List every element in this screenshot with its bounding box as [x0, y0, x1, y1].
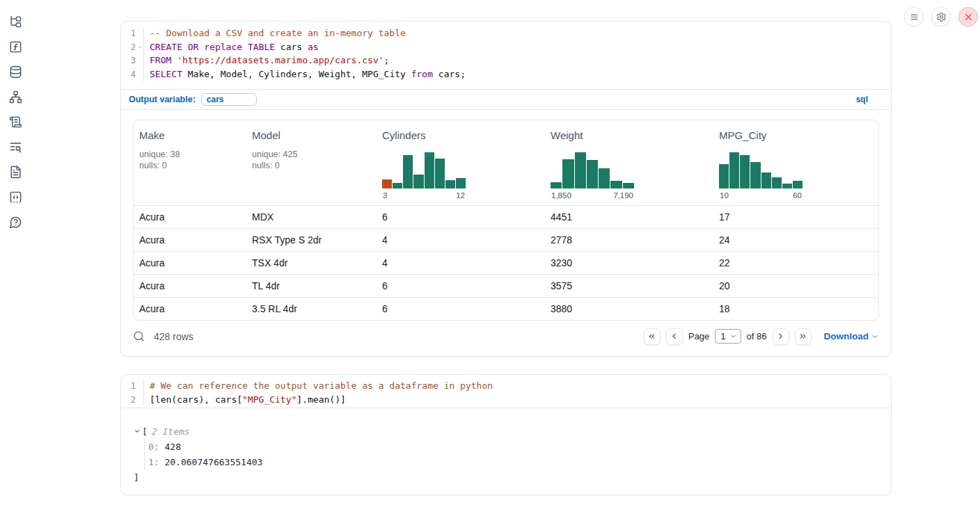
code-line[interactable]: FROM 'https://datasets.marimo.app/cars.c… [150, 54, 466, 67]
code-line[interactable]: [len(cars), cars["MPG_City"].mean()] [150, 393, 493, 407]
line-number: 4 [121, 67, 143, 81]
table-row[interactable]: AcuraMDX6445117 [134, 205, 878, 228]
sidebar [0, 15, 31, 229]
histogram-bar[interactable] [782, 184, 792, 188]
sidebar-item-dependency-graph[interactable] [9, 90, 22, 104]
histogram-bar[interactable] [425, 152, 434, 188]
sidebar-item-variables[interactable] [9, 40, 22, 54]
table-row[interactable]: Acura3.5 RL 4dr6388018 [134, 297, 878, 320]
table-cell: 6 [377, 211, 545, 223]
histogram-bar[interactable] [793, 181, 803, 188]
code-text[interactable]: -- Download a CSV and create an in-memor… [144, 26, 466, 81]
download-button[interactable]: Download [824, 331, 880, 341]
table-cell: 6 [377, 280, 545, 291]
table-cell: 6 [377, 303, 545, 314]
shutdown-button[interactable] [958, 7, 978, 26]
column-header-label[interactable]: Cylinders [382, 129, 545, 141]
previous-page-button[interactable] [666, 328, 683, 345]
histogram-bar[interactable] [403, 155, 413, 188]
output-variable-input[interactable] [201, 93, 257, 106]
sql-cell: 1234-- Download a CSV and create an in-m… [120, 21, 892, 357]
histogram-bar[interactable] [740, 155, 750, 188]
tree-root: [2 Items [134, 424, 891, 439]
line-number-gutter: 1234 [121, 26, 144, 81]
search-icon[interactable] [133, 330, 145, 342]
table-row[interactable]: AcuraTSX 4dr4323022 [134, 251, 878, 274]
column-header-label[interactable]: MPG_City [719, 129, 878, 141]
sidebar-item-documentation[interactable] [9, 166, 22, 179]
sidebar-item-help[interactable] [9, 216, 22, 229]
python-code-editor[interactable]: 12# We can reference the output variable… [121, 375, 891, 408]
page-select[interactable]: 1 [715, 329, 741, 344]
histogram-bar[interactable] [719, 164, 729, 188]
column-histogram: 312 [382, 152, 466, 200]
document-icon [9, 166, 22, 179]
column-header-label[interactable]: Weight [551, 129, 713, 141]
sidebar-item-data-sources[interactable] [9, 65, 22, 79]
histogram-bar[interactable] [413, 175, 423, 188]
page-select-value: 1 [720, 331, 725, 341]
first-page-button[interactable] [644, 328, 661, 345]
histogram-bar[interactable] [435, 159, 445, 188]
dataframe-table: Makeunique: 38nulls: 0Modelunique: 425nu… [133, 120, 879, 321]
sql-code-editor[interactable]: 1234-- Download a CSV and create an in-m… [121, 22, 891, 89]
table-cell: RSX Type S 2dr [246, 234, 377, 246]
topbar [904, 7, 978, 26]
code-text[interactable]: # We can reference the output variable a… [144, 379, 493, 406]
fold-chevron-icon[interactable] [136, 45, 143, 50]
divider [121, 109, 891, 110]
histogram-bar[interactable] [599, 168, 610, 188]
code-line[interactable]: # We can reference the output variable a… [150, 379, 493, 393]
menu-icon [909, 12, 919, 22]
sidebar-item-file-explorer[interactable] [9, 15, 22, 29]
histogram-bar[interactable] [551, 182, 562, 188]
tree-key: 1: [148, 457, 159, 467]
table-column-header: MPG_City1060 [713, 120, 878, 205]
close-icon [963, 12, 974, 22]
open-bracket: [ [142, 426, 148, 437]
histogram-bar[interactable] [393, 183, 402, 188]
column-header-label[interactable]: Model [252, 129, 377, 141]
histogram-bar[interactable] [445, 180, 455, 188]
code-line[interactable]: -- Download a CSV and create an in-memor… [150, 26, 466, 40]
axis-min: 3 [383, 191, 387, 200]
sidebar-item-logs[interactable] [9, 115, 22, 129]
code-line[interactable]: SELECT Make, Model, Cylinders, Weight, M… [150, 67, 466, 81]
collapse-chevron-icon[interactable] [134, 428, 142, 435]
settings-button[interactable] [931, 7, 951, 26]
last-page-button[interactable] [795, 328, 812, 345]
column-header-label[interactable]: Make [139, 129, 246, 141]
histogram-bar[interactable] [761, 172, 771, 188]
histogram-bar[interactable] [750, 162, 760, 188]
chevron-left-icon [670, 332, 679, 341]
table-column-header: Weight1,8507,190 [545, 120, 713, 205]
histogram-bar[interactable] [562, 159, 574, 188]
histogram-bar[interactable] [382, 179, 392, 188]
menu-button[interactable] [904, 7, 924, 26]
table-cell: 18 [713, 303, 878, 314]
tree-entry[interactable]: 1: 20.060747663551403 [134, 454, 891, 469]
histogram-bar[interactable] [456, 178, 466, 188]
histogram-bar[interactable] [610, 181, 622, 188]
line-number: 1 [121, 379, 143, 393]
table-row[interactable]: AcuraTL 4dr6357520 [134, 274, 878, 297]
code-line[interactable]: CREATE OR replace TABLE cars as [150, 40, 466, 54]
table-column-header: Cylinders312 [377, 120, 545, 205]
table-cell: 17 [713, 211, 878, 223]
next-page-button[interactable] [773, 328, 789, 345]
column-stats: unique: 38nulls: 0 [139, 149, 246, 172]
list-search-icon [9, 140, 22, 154]
histogram-bar[interactable] [575, 152, 586, 188]
output-tree: [2 Items0: 4281: 20.060747663551403] [121, 408, 891, 485]
histogram-bar[interactable] [587, 160, 598, 188]
function-square-icon [9, 40, 22, 54]
histogram-bar[interactable] [729, 152, 739, 188]
tree-guide-line [144, 439, 145, 469]
sidebar-item-snippets[interactable] [9, 191, 22, 204]
histogram-bar[interactable] [772, 177, 782, 188]
sidebar-item-scratchpad-search[interactable] [9, 140, 22, 154]
table-row[interactable]: AcuraRSX Type S 2dr4277824 [134, 228, 878, 251]
tree-entry[interactable]: 0: 428 [134, 439, 891, 454]
chevron-down-icon [729, 332, 737, 340]
histogram-bar[interactable] [623, 183, 634, 188]
